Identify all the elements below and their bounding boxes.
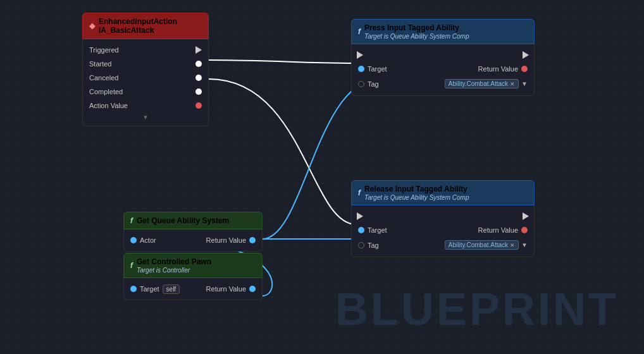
controlled-pawn-target-row: Target self Return Value xyxy=(124,282,262,296)
release-input-header: f Release Input Tagged Ability Target is… xyxy=(351,180,535,205)
controlled-pawn-return-label: Return Value xyxy=(206,285,246,293)
release-tag-dropdown[interactable]: ▼ xyxy=(521,241,528,248)
release-input-body: Target Return Value Tag Ability.Combat.A… xyxy=(351,205,535,257)
completed-label: Completed xyxy=(89,88,123,95)
expand-arrow[interactable]: ▼ xyxy=(83,113,208,122)
release-exec-out-pin[interactable] xyxy=(523,212,529,220)
release-target-row: Target Return Value xyxy=(352,223,534,237)
press-exec-row xyxy=(352,48,534,62)
canceled-label: Canceled xyxy=(89,74,118,82)
enhanced-input-title: EnhancedInputAction IA_BasicAttack xyxy=(99,17,202,35)
blueprint-watermark: BLUEPRINT xyxy=(335,283,619,335)
controlled-pawn-title: Get Controlled Pawn xyxy=(137,257,211,266)
press-input-title: Press Input Tagged Ability xyxy=(364,23,469,32)
canceled-exec-out-pin[interactable] xyxy=(195,75,202,81)
release-tag-remove[interactable]: ✕ xyxy=(510,242,515,248)
press-return-label: Return Value xyxy=(478,65,518,73)
controlled-pawn-target-label: Target xyxy=(140,285,159,293)
release-return-label: Return Value xyxy=(478,226,518,234)
action-value-pin[interactable] xyxy=(195,102,202,109)
press-tag-dropdown[interactable]: ▼ xyxy=(521,80,528,87)
release-input-title: Release Input Tagged Ability xyxy=(364,185,469,193)
press-target-in-pin[interactable] xyxy=(358,66,364,72)
press-input-func-icon: f xyxy=(358,27,361,36)
triggered-exec-out-pin[interactable] xyxy=(195,46,202,54)
press-target-row: Target Return Value xyxy=(352,62,534,76)
triggered-pin-row: Triggered xyxy=(83,43,208,57)
press-input-node: f Press Input Tagged Ability Target is Q… xyxy=(351,19,535,96)
press-input-body: Target Return Value Tag Ability.Combat.A… xyxy=(351,44,535,96)
release-exec-in-pin[interactable] xyxy=(357,212,363,220)
press-input-header: f Press Input Tagged Ability Target is Q… xyxy=(351,19,535,44)
press-tag-row: Tag Ability.Combat.Attack ✕ ▼ xyxy=(352,76,534,92)
enhanced-input-header: ◆ EnhancedInputAction IA_BasicAttack xyxy=(82,13,209,39)
release-tag-row: Tag Ability.Combat.Attack ✕ ▼ xyxy=(352,237,534,253)
release-tag-value: Ability.Combat.Attack xyxy=(449,241,508,248)
press-tag-in-pin[interactable] xyxy=(358,81,364,87)
started-exec-out-pin[interactable] xyxy=(195,61,202,67)
release-return-pin[interactable] xyxy=(521,227,528,233)
release-tag-label: Tag xyxy=(368,241,379,249)
press-return-pin[interactable] xyxy=(521,66,528,72)
press-input-subtitle: Target is Queue Ability System Comp xyxy=(364,33,469,40)
queue-ability-body: Actor Return Value xyxy=(123,229,263,252)
release-exec-row xyxy=(352,209,534,223)
release-tag-in-pin[interactable] xyxy=(358,242,364,248)
action-value-label: Action Value xyxy=(89,102,128,109)
enhanced-input-body: Triggered Started Canceled Completed Act… xyxy=(82,39,209,126)
release-input-func-icon: f xyxy=(358,188,361,197)
release-target-label: Target xyxy=(368,226,387,234)
queue-actor-in-pin[interactable] xyxy=(130,237,137,243)
canceled-pin-row: Canceled xyxy=(83,71,208,85)
started-pin-row: Started xyxy=(83,57,208,71)
controlled-pawn-node: f Get Controlled Pawn Target is Controll… xyxy=(123,253,263,300)
release-target-in-pin[interactable] xyxy=(358,227,364,233)
controlled-pawn-subtitle: Target is Controller xyxy=(137,267,211,274)
release-input-subtitle: Target is Queue Ability System Comp xyxy=(364,194,469,201)
press-tag-label: Tag xyxy=(368,80,379,88)
release-tag-badge[interactable]: Ability.Combat.Attack ✕ xyxy=(445,240,519,250)
queue-return-label: Return Value xyxy=(206,236,246,244)
controlled-pawn-target-pin[interactable] xyxy=(130,286,137,292)
controlled-pawn-self-badge: self xyxy=(163,284,180,294)
queue-ability-node: f Get Queue Ability System Actor Return … xyxy=(123,212,263,252)
started-label: Started xyxy=(89,60,111,68)
enhanced-input-icon: ◆ xyxy=(89,21,95,30)
queue-actor-row: Actor Return Value xyxy=(124,233,262,247)
press-tag-remove[interactable]: ✕ xyxy=(510,81,515,87)
completed-pin-row: Completed xyxy=(83,85,208,99)
release-tag-container: Ability.Combat.Attack ✕ ▼ xyxy=(445,240,528,250)
action-value-pin-row: Action Value xyxy=(83,99,208,113)
press-tag-value: Ability.Combat.Attack xyxy=(449,80,508,87)
queue-actor-label: Actor xyxy=(140,236,156,244)
controlled-pawn-header: f Get Controlled Pawn Target is Controll… xyxy=(123,253,263,278)
controlled-pawn-body: Target self Return Value xyxy=(123,278,263,300)
release-input-node: f Release Input Tagged Ability Target is… xyxy=(351,180,535,257)
press-target-label: Target xyxy=(368,65,387,73)
queue-ability-title: Get Queue Ability System xyxy=(137,216,229,225)
controlled-pawn-func-icon: f xyxy=(130,261,133,270)
press-tag-container: Ability.Combat.Attack ✕ ▼ xyxy=(445,79,528,88)
press-exec-in-pin[interactable] xyxy=(357,51,363,59)
press-tag-badge[interactable]: Ability.Combat.Attack ✕ xyxy=(445,79,519,88)
queue-ability-header: f Get Queue Ability System xyxy=(123,212,263,229)
controlled-pawn-return-pin[interactable] xyxy=(249,286,256,292)
enhanced-input-action-node: ◆ EnhancedInputAction IA_BasicAttack Tri… xyxy=(82,13,209,126)
completed-exec-out-pin[interactable] xyxy=(195,88,202,95)
triggered-label: Triggered xyxy=(89,46,119,54)
queue-ability-func-icon: f xyxy=(130,216,133,225)
queue-return-pin[interactable] xyxy=(249,237,256,243)
press-exec-out-pin[interactable] xyxy=(523,51,529,59)
